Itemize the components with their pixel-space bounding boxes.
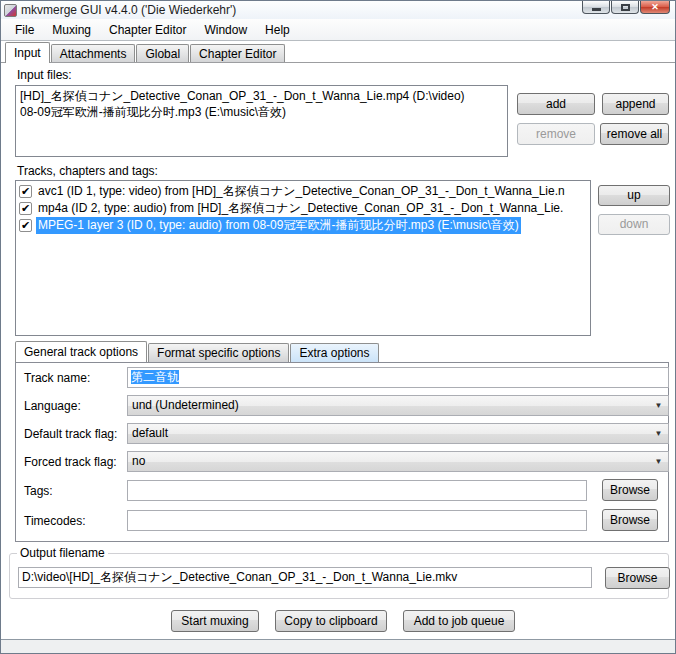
- tracks-list[interactable]: ✔ avc1 (ID 1, type: video) from [HD]_名探偵…: [15, 180, 591, 336]
- close-button[interactable]: ✕: [640, 1, 670, 14]
- input-file-item[interactable]: 08-09冠军欧洲-播前现比分时.mp3 (E:\music\音效): [16, 104, 507, 120]
- general-track-options-panel: Track name: 第二音轨 Language: und (Undeterm…: [15, 362, 669, 542]
- timecodes-input[interactable]: [127, 510, 587, 531]
- title-bar[interactable]: mkvmerge GUI v4.4.0 ('Die Wiederkehr') ✕: [1, 1, 675, 19]
- tab-format-specific-options[interactable]: Format specific options: [148, 343, 289, 362]
- tab-general-track-options[interactable]: General track options: [15, 341, 147, 362]
- tags-input-value[interactable]: [131, 481, 583, 500]
- timecodes-input-value[interactable]: [131, 511, 583, 530]
- track-checkbox-checked-icon[interactable]: ✔: [19, 219, 32, 232]
- tags-browse-button[interactable]: Browse: [602, 479, 658, 501]
- maximize-icon: [621, 4, 630, 11]
- track-row-label: mp4a (ID 2, type: audio) from [HD]_名探偵コナ…: [36, 200, 565, 217]
- output-filename-input[interactable]: D:\video\[HD]_名探偵コナン_Detective_Conan_OP_…: [18, 567, 592, 588]
- output-filename-label: Output filename: [17, 546, 108, 560]
- tab-chapter-editor[interactable]: Chapter Editor: [190, 44, 285, 63]
- track-row-label: MPEG-1 layer 3 (ID 0, type: audio) from …: [36, 217, 521, 234]
- forced-track-flag-value: no: [132, 454, 145, 468]
- tab-attachments[interactable]: Attachments: [51, 44, 136, 63]
- track-row-selected[interactable]: ✔ MPEG-1 layer 3 (ID 0, type: audio) fro…: [16, 217, 590, 234]
- tab-extra-options[interactable]: Extra options: [290, 343, 378, 362]
- tags-label: Tags:: [24, 484, 53, 498]
- close-icon: ✕: [651, 3, 659, 12]
- track-options-tab-strip: General track options Format specific op…: [15, 342, 380, 362]
- tab-input[interactable]: Input: [5, 42, 50, 63]
- timecodes-browse-button[interactable]: Browse: [602, 509, 658, 531]
- default-track-flag-value: default: [132, 426, 168, 440]
- menu-muxing[interactable]: Muxing: [43, 20, 100, 40]
- default-track-flag-select[interactable]: default ▼: [127, 423, 669, 444]
- menu-file[interactable]: File: [6, 20, 43, 40]
- tags-input[interactable]: [127, 480, 587, 501]
- chevron-down-icon: ▼: [651, 426, 666, 441]
- append-button[interactable]: append: [602, 93, 669, 115]
- language-label: Language:: [24, 399, 81, 413]
- input-tab-content: Input files: [HD]_名探偵コナン_Detective_Conan…: [1, 63, 675, 639]
- chevron-down-icon: ▼: [651, 398, 666, 413]
- track-checkbox-checked-icon[interactable]: ✔: [19, 185, 32, 198]
- main-tab-strip: Input Attachments Global Chapter Editor: [1, 42, 675, 63]
- minimize-icon: [592, 8, 601, 11]
- track-name-label: Track name:: [24, 371, 90, 385]
- track-name-input[interactable]: 第二音轨: [127, 367, 669, 388]
- start-muxing-button[interactable]: Start muxing: [171, 610, 259, 632]
- track-row-label: avc1 (ID 1, type: video) from [HD]_名探偵コナ…: [36, 183, 567, 200]
- minimize-button[interactable]: [582, 1, 610, 14]
- mkvmerge-window: mkvmerge GUI v4.4.0 ('Die Wiederkehr') ✕…: [0, 0, 676, 654]
- app-icon: [4, 4, 17, 17]
- menu-help[interactable]: Help: [256, 20, 299, 40]
- forced-track-flag-select[interactable]: no ▼: [127, 451, 669, 472]
- input-files-list[interactable]: [HD]_名探偵コナン_Detective_Conan_OP_31_-_Don_…: [15, 85, 508, 157]
- track-name-value: 第二音轨: [131, 370, 179, 384]
- track-up-button[interactable]: up: [598, 185, 670, 206]
- window-title: mkvmerge GUI v4.4.0 ('Die Wiederkehr'): [21, 3, 236, 17]
- menu-bar: File Muxing Chapter Editor Window Help: [1, 19, 675, 41]
- chevron-down-icon: ▼: [651, 454, 666, 469]
- add-to-job-queue-button[interactable]: Add to job queue: [403, 610, 515, 632]
- input-file-item[interactable]: [HD]_名探偵コナン_Detective_Conan_OP_31_-_Don_…: [16, 88, 507, 104]
- menu-window[interactable]: Window: [195, 20, 256, 40]
- track-down-button[interactable]: down: [598, 214, 670, 235]
- default-track-flag-label: Default track flag:: [24, 427, 117, 441]
- menu-chapter-editor[interactable]: Chapter Editor: [100, 20, 195, 40]
- copy-to-clipboard-button[interactable]: Copy to clipboard: [275, 610, 387, 632]
- language-select[interactable]: und (Undetermined) ▼: [127, 395, 669, 416]
- status-bar: [1, 639, 675, 653]
- maximize-button[interactable]: [611, 1, 639, 14]
- tab-strip-divider: [1, 62, 675, 63]
- input-files-label: Input files:: [17, 68, 72, 82]
- tab-global[interactable]: Global: [136, 44, 189, 63]
- output-filename-value: D:\video\[HD]_名探偵コナン_Detective_Conan_OP_…: [22, 570, 457, 584]
- output-browse-button[interactable]: Browse: [605, 567, 670, 589]
- remove-button[interactable]: remove: [517, 123, 595, 145]
- track-checkbox-checked-icon[interactable]: ✔: [19, 202, 32, 215]
- tracks-label: Tracks, chapters and tags:: [17, 164, 158, 178]
- track-row[interactable]: ✔ mp4a (ID 2, type: audio) from [HD]_名探偵…: [16, 200, 590, 217]
- forced-track-flag-label: Forced track flag:: [24, 455, 117, 469]
- language-value: und (Undetermined): [132, 398, 239, 412]
- remove-all-button[interactable]: remove all: [600, 123, 669, 145]
- add-button[interactable]: add: [517, 93, 595, 115]
- timecodes-label: Timecodes:: [24, 514, 86, 528]
- output-filename-group: Output filename D:\video\[HD]_名探偵コナン_Det…: [9, 553, 669, 599]
- track-row[interactable]: ✔ avc1 (ID 1, type: video) from [HD]_名探偵…: [16, 183, 590, 200]
